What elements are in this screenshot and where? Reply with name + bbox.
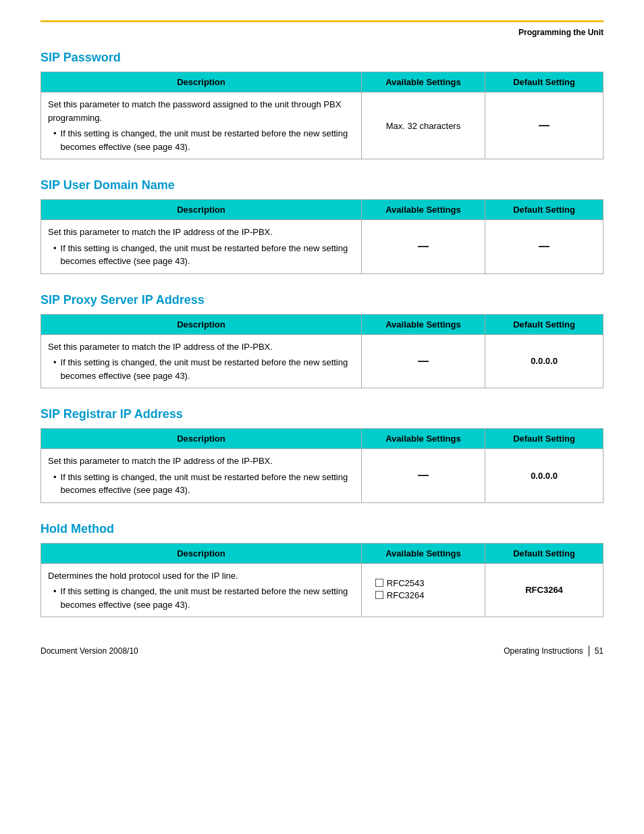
th-desc-1: Description: [41, 200, 362, 220]
bullet-dot-1: •: [53, 242, 57, 255]
bullet-text-3: If this setting is changed, the unit mus…: [61, 471, 354, 497]
checkbox-rfc3264[interactable]: [375, 591, 383, 599]
default-value-3: 0.0.0.0: [531, 471, 558, 481]
th-desc-4: Description: [41, 543, 362, 563]
bullet-dot-0: •: [53, 127, 57, 140]
th-available-3: Available Settings: [361, 429, 485, 449]
bullet-item-3: • If this setting is changed, the unit m…: [48, 471, 354, 497]
top-bar: [41, 20, 603, 22]
footer-right-label: Operating Instructions: [504, 646, 583, 656]
desc-main-4: Determines the hold protocol used for th…: [48, 571, 238, 581]
td-desc-3: Set this parameter to match the IP addre…: [41, 449, 362, 503]
section-title-sip-user-domain: SIP User Domain Name: [41, 178, 603, 192]
checkbox-label-rfc3264: RFC3264: [387, 590, 425, 600]
table-sip-password: Description Available Settings Default S…: [41, 72, 603, 159]
td-desc-4: Determines the hold protocol used for th…: [41, 563, 362, 617]
th-default-1: Default Setting: [485, 200, 603, 220]
section-title-sip-registrar: SIP Registrar IP Address: [41, 407, 603, 421]
th-desc-2: Description: [41, 314, 362, 334]
bullet-item-1: • If this setting is changed, the unit m…: [48, 242, 354, 268]
page: Programming the Unit SIP Password Descri…: [0, 0, 644, 677]
footer-page-number: 51: [595, 646, 603, 656]
td-desc-0: Set this parameter to match the password…: [41, 93, 362, 159]
bullet-item-0: • If this setting is changed, the unit m…: [48, 127, 354, 153]
desc-main-1: Set this parameter to match the IP addre…: [48, 227, 273, 237]
table-sip-registrar: Description Available Settings Default S…: [41, 428, 603, 503]
bullet-text-1: If this setting is changed, the unit mus…: [61, 242, 354, 268]
section-sip-registrar: SIP Registrar IP Address Description Ava…: [41, 407, 603, 503]
th-available-2: Available Settings: [361, 314, 485, 334]
default-value-1: —: [539, 240, 549, 252]
th-default-4: Default Setting: [485, 543, 603, 563]
bullet-item-4: • If this setting is changed, the unit m…: [48, 585, 354, 611]
section-hold-method: Hold Method Description Available Settin…: [41, 522, 603, 618]
table-row: Set this parameter to match the password…: [41, 93, 603, 159]
section-title-sip-password: SIP Password: [41, 51, 603, 65]
bullet-dot-4: •: [53, 585, 57, 598]
td-default-1: —: [485, 220, 603, 274]
th-available-0: Available Settings: [361, 72, 485, 93]
desc-main-2: Set this parameter to match the IP addre…: [48, 342, 273, 352]
footer-right: Operating Instructions 51: [504, 646, 603, 656]
td-default-3: 0.0.0.0: [485, 449, 603, 503]
table-row: Determines the hold protocol used for th…: [41, 563, 603, 617]
bullet-dot-3: •: [53, 471, 57, 484]
table-hold-method: Description Available Settings Default S…: [41, 543, 603, 618]
td-default-4: RFC3264: [485, 563, 603, 617]
th-desc-3: Description: [41, 429, 362, 449]
default-value-0: —: [539, 120, 549, 131]
th-default-0: Default Setting: [485, 72, 603, 93]
available-value-2: —: [418, 355, 429, 367]
desc-main-3: Set this parameter to match the IP addre…: [48, 456, 273, 466]
checkbox-item-rfc3264[interactable]: RFC3264: [375, 590, 425, 600]
bullet-text-2: If this setting is changed, the unit mus…: [61, 356, 354, 382]
table-row: Set this parameter to match the IP addre…: [41, 220, 603, 274]
bullet-text-0: If this setting is changed, the unit mus…: [61, 127, 354, 153]
available-value-1: —: [418, 240, 429, 252]
th-available-1: Available Settings: [361, 200, 485, 220]
default-value-4: RFC3264: [525, 585, 563, 595]
footer-doc-version: Document Version 2008/10: [41, 646, 138, 656]
table-row: Set this parameter to match the IP addre…: [41, 334, 603, 388]
td-available-2: —: [361, 334, 485, 388]
checkboxes-container: RFC2543 RFC3264: [369, 578, 478, 602]
page-footer: Document Version 2008/10 Operating Instr…: [41, 646, 603, 656]
td-available-0: Max. 32 characters: [361, 93, 485, 159]
table-sip-proxy: Description Available Settings Default S…: [41, 314, 603, 389]
th-available-4: Available Settings: [361, 543, 485, 563]
footer-divider: [589, 646, 589, 656]
td-desc-1: Set this parameter to match the IP addre…: [41, 220, 362, 274]
bullet-text-4: If this setting is changed, the unit mus…: [61, 585, 354, 611]
section-title-sip-proxy: SIP Proxy Server IP Address: [41, 293, 603, 307]
td-default-0: —: [485, 93, 603, 159]
section-sip-proxy: SIP Proxy Server IP Address Description …: [41, 293, 603, 389]
section-title-hold-method: Hold Method: [41, 522, 603, 536]
table-row: Set this parameter to match the IP addre…: [41, 449, 603, 503]
td-desc-2: Set this parameter to match the IP addre…: [41, 334, 362, 388]
page-header: Programming the Unit: [41, 28, 603, 37]
checkbox-item-rfc2543[interactable]: RFC2543: [375, 578, 425, 588]
th-desc-0: Description: [41, 72, 362, 93]
bullet-item-2: • If this setting is changed, the unit m…: [48, 356, 354, 382]
default-value-2: 0.0.0.0: [531, 356, 558, 366]
checkbox-rfc2543[interactable]: [375, 579, 383, 587]
td-default-2: 0.0.0.0: [485, 334, 603, 388]
td-available-3: —: [361, 449, 485, 503]
td-available-4: RFC2543 RFC3264: [361, 563, 485, 617]
available-value-3: —: [418, 469, 429, 481]
header-title: Programming the Unit: [518, 28, 603, 37]
th-default-3: Default Setting: [485, 429, 603, 449]
available-value-0: Max. 32 characters: [386, 121, 461, 131]
desc-main-0: Set this parameter to match the password…: [48, 99, 341, 123]
section-sip-password: SIP Password Description Available Setti…: [41, 51, 603, 159]
checkbox-label-rfc2543: RFC2543: [387, 578, 425, 588]
td-available-1: —: [361, 220, 485, 274]
th-default-2: Default Setting: [485, 314, 603, 334]
bullet-dot-2: •: [53, 356, 57, 369]
section-sip-user-domain: SIP User Domain Name Description Availab…: [41, 178, 603, 274]
table-sip-user-domain: Description Available Settings Default S…: [41, 199, 603, 274]
